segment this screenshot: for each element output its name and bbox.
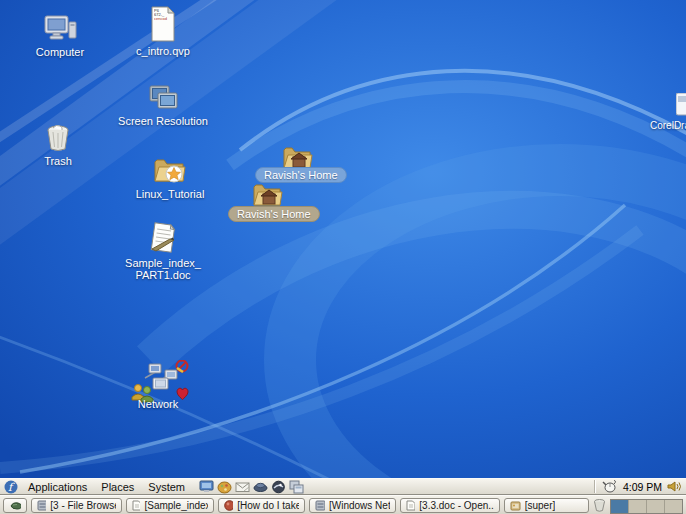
- trash-icon: [44, 122, 72, 152]
- window-title: [Sample_index...: [144, 500, 208, 511]
- window-title: [3.3.doc - Open...: [419, 500, 493, 511]
- wallpaper: [0, 0, 686, 478]
- workspace-4[interactable]: [665, 500, 682, 513]
- menu-system[interactable]: System: [141, 479, 192, 494]
- desktop-icon-screen-resolution[interactable]: Screen Resolution: [103, 85, 223, 127]
- taskbar-window-sample-index[interactable]: [Sample_index...: [126, 498, 214, 513]
- trash-and-workspaces: [593, 499, 683, 512]
- workspace-3[interactable]: [647, 500, 665, 513]
- impress-launcher-icon[interactable]: [252, 479, 268, 494]
- top-panel-right: 4:09 PM: [594, 480, 686, 493]
- workspace-2[interactable]: [629, 500, 647, 513]
- taskbar-window-how-do-i-take[interactable]: [How do I take ...: [218, 498, 305, 513]
- trash-applet-icon[interactable]: [593, 499, 606, 512]
- coreldraw-label: CorelDra: [650, 120, 686, 132]
- file-manager-icon: [37, 500, 47, 511]
- ravish-home-2-label[interactable]: Ravish's Home: [228, 206, 320, 222]
- taskbar-window-file-browser[interactable]: [3 - File Browser]: [31, 498, 122, 513]
- desktop-icon-computer[interactable]: Computer: [15, 13, 105, 58]
- icon-label: Sample_index_PART1.doc: [125, 257, 201, 281]
- workspace-1[interactable]: [611, 500, 629, 513]
- panel-clock[interactable]: 4:09 PM: [623, 481, 662, 493]
- menu-applications[interactable]: Applications: [21, 479, 94, 494]
- screen: Computer P6 672-_ cencod c_intro.qvp: [0, 0, 686, 514]
- home-folder-icon: [252, 181, 284, 208]
- panel-launchers: [198, 479, 304, 494]
- show-desktop-button[interactable]: [3, 498, 27, 513]
- taskbar-window-33doc-openoffice[interactable]: [3.3.doc - Open...: [400, 498, 500, 513]
- gnome-bottom-panel: [3 - File Browser] [Sample_index... [How…: [0, 495, 686, 514]
- dual-monitors-icon: [147, 85, 179, 112]
- text-file-icon: P6 672-_ cencod: [149, 6, 177, 42]
- document-icon: [406, 500, 416, 511]
- fedora-menu-icon[interactable]: f: [4, 480, 18, 494]
- icon-label: c_intro.qvp: [136, 45, 190, 57]
- computer-icon: [42, 13, 78, 43]
- taskbar-window-super[interactable]: [super]: [504, 498, 589, 513]
- mouse-applet-icon[interactable]: [601, 480, 618, 493]
- mail-launcher-icon[interactable]: [234, 479, 250, 494]
- workspace-switcher: [610, 499, 683, 514]
- window-title: [3 - File Browser]: [50, 500, 116, 511]
- window-title: [super]: [525, 500, 556, 511]
- icon-label: Computer: [36, 46, 84, 58]
- menu-places[interactable]: Places: [94, 479, 141, 494]
- file-manager-icon: [315, 500, 325, 511]
- display-launcher-icon[interactable]: [198, 479, 214, 494]
- document-icon: [132, 500, 141, 511]
- window-title: [How do I take ...: [237, 500, 299, 511]
- image-folder-icon: [510, 500, 521, 511]
- icon-label: Linux_Tutorial: [136, 188, 205, 200]
- desktop-icon-network[interactable]: Network: [113, 360, 203, 410]
- gnome-top-panel: f Applications Places System: [0, 478, 686, 495]
- browser-launcher-icon[interactable]: [270, 479, 286, 494]
- file-manager-launcher-icon[interactable]: [288, 479, 304, 494]
- coreldraw-icon: [676, 93, 686, 117]
- icon-label: Screen Resolution: [118, 115, 208, 127]
- taskbar-window-windows-network[interactable]: [Windows Net...: [309, 498, 395, 513]
- window-title: [Windows Net...: [329, 500, 390, 511]
- volume-icon[interactable]: [667, 480, 682, 493]
- help-icon: [224, 500, 233, 511]
- panel-separator: [594, 480, 596, 493]
- document-pen-icon: [146, 222, 180, 254]
- desktop-icon-linux-tutorial[interactable]: Linux_Tutorial: [125, 155, 215, 200]
- folder-star-icon: [153, 155, 187, 185]
- graphics-launcher-icon[interactable]: [216, 479, 232, 494]
- icon-label: Network: [138, 398, 178, 410]
- desktop[interactable]: Computer P6 672-_ cencod c_intro.qvp: [0, 0, 686, 478]
- desktop-icon-c-intro-qvp[interactable]: P6 672-_ cencod c_intro.qvp: [118, 6, 208, 57]
- desktop-icon-trash[interactable]: Trash: [13, 122, 103, 167]
- desktop-icon-sample-index-doc[interactable]: Sample_index_PART1.doc: [118, 222, 208, 281]
- desktop-icon-coreldraw[interactable]: [676, 93, 686, 121]
- icon-label: Trash: [44, 155, 72, 167]
